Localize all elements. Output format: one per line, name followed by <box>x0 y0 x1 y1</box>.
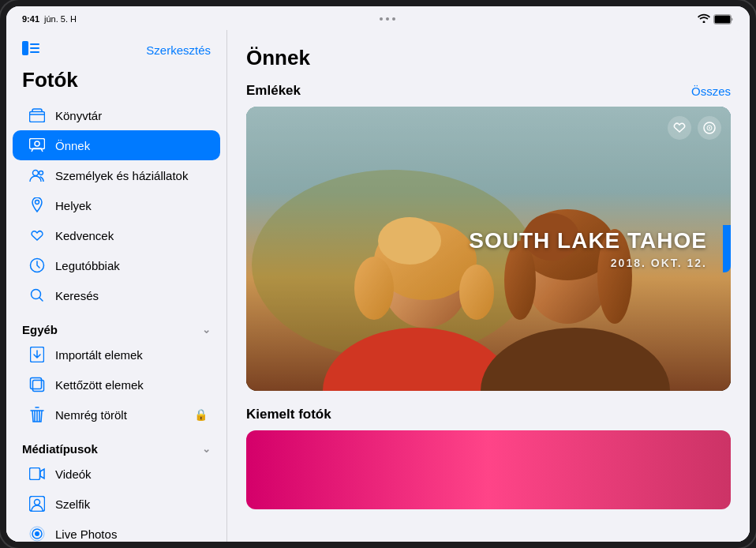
sidebar-egyeb-section: Egyéb ⌄ Importált elemek <box>6 313 226 430</box>
places-icon <box>28 197 46 214</box>
egyeb-chevron-icon[interactable]: ⌄ <box>202 324 211 336</box>
memory-subtitle: 2018. OKT. 12. <box>469 256 707 268</box>
sidebar-item-szelfik[interactable]: Szelfik <box>13 489 220 519</box>
memory-actions <box>668 116 721 140</box>
people-icon <box>28 167 46 184</box>
ipad-inner: 9:41 jún. 5. H <box>6 6 750 542</box>
sidebar: Szerkesztés Fotók Könyv <box>6 30 227 542</box>
mediatipusok-label: Médiatípusok <box>22 442 98 456</box>
mediatipusok-chevron-icon[interactable]: ⌄ <box>202 443 211 455</box>
memory-main-title: SOUTH LAKE TAHOE <box>469 229 707 253</box>
selfie-icon <box>28 495 46 512</box>
video-icon <box>28 465 46 482</box>
sidebar-item-kettozott[interactable]: Kettőzött elemek <box>13 370 220 400</box>
onnek-icon <box>28 137 46 154</box>
sidebar-item-label: Legutóbbiak <box>55 259 120 272</box>
featured-section: Kiemelt fotók <box>246 407 731 509</box>
sidebar-item-label: Live Photos <box>55 527 117 541</box>
scroll-indicator <box>723 225 731 272</box>
memory-share-button[interactable] <box>698 116 721 140</box>
svg-rect-3 <box>22 41 28 55</box>
svg-rect-7 <box>30 112 45 122</box>
featured-preview[interactable] <box>246 430 731 509</box>
search-icon <box>28 287 46 304</box>
egyeb-label: Egyéb <box>22 323 58 336</box>
date: jún. 5. H <box>44 14 77 24</box>
sidebar-item-label: Szelfik <box>55 497 90 511</box>
svg-point-9 <box>35 141 39 146</box>
status-center <box>380 17 395 21</box>
svg-point-10 <box>33 171 39 176</box>
status-right <box>698 13 734 25</box>
battery-label <box>713 13 734 24</box>
svg-rect-16 <box>33 381 44 392</box>
featured-preview-inner <box>246 430 731 509</box>
sidebar-item-kedvencek[interactable]: Kedvencek <box>13 220 220 250</box>
svg-rect-8 <box>30 139 45 149</box>
svg-rect-17 <box>31 378 42 389</box>
sidebar-item-helyek[interactable]: Helyek <box>13 190 220 220</box>
sidebar-item-label: Önnek <box>55 139 90 152</box>
sidebar-title: Fotók <box>6 65 226 100</box>
sidebar-toggle-icon[interactable] <box>22 41 39 58</box>
mediatipusok-header: Médiatípusok ⌄ <box>6 433 226 459</box>
sidebar-item-livephotos[interactable]: Live Photos <box>13 519 220 542</box>
svg-rect-18 <box>30 468 40 480</box>
svg-rect-1 <box>715 15 731 23</box>
sidebar-item-nemreg[interactable]: Nemrég törölt 🔒 <box>13 400 220 430</box>
svg-point-21 <box>35 531 39 536</box>
sidebar-header: Szerkesztés <box>6 30 226 65</box>
lock-icon: 🔒 <box>194 408 208 421</box>
memories-all-button[interactable]: Összes <box>691 84 731 98</box>
trash-icon <box>28 406 46 423</box>
favorites-icon <box>28 227 46 244</box>
svg-rect-4 <box>30 43 39 45</box>
sidebar-item-onnek[interactable]: Önnek <box>13 130 220 160</box>
egyeb-header: Egyéb ⌄ <box>6 313 226 340</box>
app-container: Szerkesztés Fotók Könyv <box>6 30 750 542</box>
duplicate-icon <box>28 376 46 393</box>
featured-label: Kiemelt fotók <box>246 407 331 422</box>
sidebar-item-label: Importált elemek <box>55 348 143 362</box>
sidebar-item-legutobbiak[interactable]: Legutóbbiak <box>13 250 220 280</box>
memories-section-header: Emlékek Összes <box>246 83 731 99</box>
sidebar-item-label: Könyvtár <box>55 109 102 122</box>
sidebar-item-konyvtar[interactable]: Könyvtár <box>13 100 220 130</box>
sidebar-item-kereses[interactable]: Keresés <box>13 280 220 310</box>
svg-point-11 <box>39 171 43 175</box>
sidebar-item-szemelyek[interactable]: Személyek és háziállatok <box>13 160 220 190</box>
dot-1 <box>380 17 383 21</box>
memory-heart-button[interactable] <box>668 116 691 140</box>
svg-point-19 <box>35 500 40 505</box>
sidebar-item-label: Helyek <box>55 199 92 212</box>
memory-card[interactable]: SOUTH LAKE TAHOE 2018. OKT. 12. <box>246 107 731 391</box>
dot-2 <box>386 17 389 21</box>
sidebar-mediatipusok-section: Médiatípusok ⌄ Videók <box>6 433 226 542</box>
wifi-icon <box>698 13 710 25</box>
featured-section-header: Kiemelt fotók <box>246 407 731 422</box>
live-photos-icon <box>28 525 46 542</box>
sidebar-main-section: Könyvtár Önnek <box>6 100 226 310</box>
svg-rect-6 <box>30 51 39 53</box>
sidebar-item-importalt[interactable]: Importált elemek <box>13 340 220 370</box>
sidebar-item-label: Személyek és háziállatok <box>55 169 188 182</box>
status-left: 9:41 jún. 5. H <box>22 14 77 24</box>
dot-3 <box>392 17 395 21</box>
sidebar-item-videok[interactable]: Videók <box>13 459 220 489</box>
svg-point-43 <box>709 127 710 129</box>
sidebar-item-label: Keresés <box>55 289 99 302</box>
time: 9:41 <box>22 14 39 24</box>
status-bar: 9:41 jún. 5. H <box>6 6 750 30</box>
sidebar-item-label: Kettőzött elemek <box>55 378 144 392</box>
ipad-frame: 9:41 jún. 5. H <box>0 0 756 548</box>
three-dots <box>380 17 395 21</box>
svg-point-12 <box>36 201 39 205</box>
page-title: Önnek <box>246 46 731 70</box>
svg-rect-5 <box>30 47 39 49</box>
memories-label: Emlékek <box>246 83 301 99</box>
edit-button[interactable]: Szerkesztés <box>146 43 211 57</box>
memory-title-overlay: SOUTH LAKE TAHOE 2018. OKT. 12. <box>469 229 707 269</box>
main-content: Önnek Emlékek Összes <box>227 30 750 542</box>
sidebar-item-label: Nemrég törölt <box>55 408 127 422</box>
import-icon <box>28 346 46 363</box>
